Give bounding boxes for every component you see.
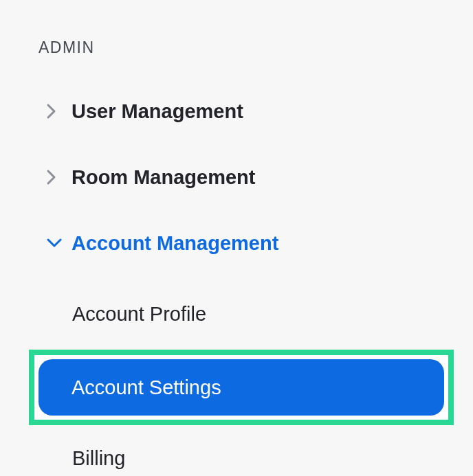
nav-item-label: Room Management [72,166,255,189]
chevron-down-icon [47,238,66,248]
nav-item-label: User Management [72,100,243,123]
sub-item-billing[interactable]: Billing [0,439,473,476]
chevron-right-icon [47,104,66,119]
sub-item-label: Billing [72,447,125,470]
sub-item-label: Account Settings [72,376,221,399]
highlight-frame: Account Settings [29,350,454,425]
sub-item-account-settings[interactable]: Account Settings [38,359,444,416]
nav-item-label: Account Management [72,232,278,255]
nav-item-user-management[interactable]: User Management [0,97,473,126]
sub-item-label: Account Profile [72,303,206,326]
chevron-right-icon [47,170,66,185]
sub-item-account-profile[interactable]: Account Profile [0,295,473,333]
nav-item-room-management[interactable]: Room Management [0,163,473,192]
nav-item-account-management[interactable]: Account Management [0,229,473,258]
section-header-admin: ADMIN [0,38,473,57]
